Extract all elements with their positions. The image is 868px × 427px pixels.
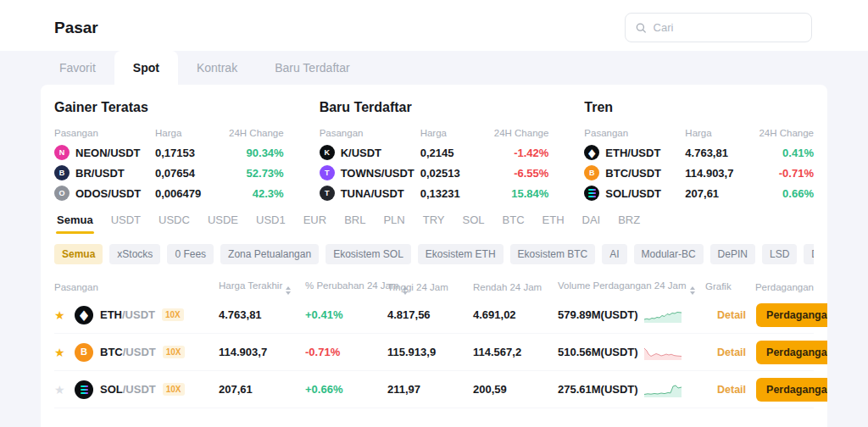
pair-change: 42.3%	[211, 187, 284, 200]
chip-ekosistem-sol[interactable]: Ekosistem SOL	[326, 244, 411, 264]
tab-spot[interactable]: Spot	[114, 51, 178, 85]
trade-button[interactable]: Perdagangan	[756, 341, 827, 364]
panel-row[interactable]: NNEON/USDT 0,17153 90.34%	[54, 142, 284, 163]
detail-link[interactable]: Detail	[717, 347, 746, 358]
change-24h: +0.66%	[305, 383, 387, 396]
chip-modular-bc[interactable]: Modular-BC	[634, 244, 704, 264]
col-24h-change: 24H Change	[211, 128, 284, 138]
table-row-sol-usdt[interactable]: ★ SOL/USDT 10X 207,61 +0.66% 211,97 200,…	[54, 371, 814, 408]
table-row-eth-usdt[interactable]: ★ ◆ ETH/USDT 10X 4.763,81 +0.41% 4.817,5…	[54, 297, 814, 334]
currency-tab-brz[interactable]: BRZ	[615, 212, 643, 228]
col-pasangan: Pasangan	[584, 128, 685, 138]
panel-header: Pasangan Harga 24H Change	[54, 124, 284, 142]
pair-change: 52.73%	[211, 167, 284, 180]
price-sparkline	[644, 382, 682, 397]
favorite-star-icon[interactable]: ★	[54, 383, 68, 396]
header-perubahan-24jam[interactable]: % Perubahan 24 Jam	[305, 280, 387, 295]
high-24h: 4.817,56	[387, 308, 473, 321]
chip-defi[interactable]: DeFi	[804, 244, 814, 264]
highlight-panels: Gainer Teratas Pasangan Harga 24H Change…	[54, 85, 814, 203]
chip-0-fees[interactable]: 0 Fees	[167, 244, 214, 264]
tab-favorit[interactable]: Favorit	[41, 51, 114, 85]
detail-link[interactable]: Detail	[717, 309, 746, 321]
pair-label: BR/USDT	[75, 167, 125, 180]
search-input[interactable]	[654, 21, 801, 34]
panel-gainer-teratas: Gainer Teratas Pasangan Harga 24H Change…	[54, 100, 284, 203]
market-page: Pasar Favorit Spot Kontrak Baru Terdafta…	[0, 0, 868, 85]
panel-row[interactable]: BBR/USDT 0,07654 52.73%	[54, 163, 284, 183]
panel-row[interactable]: KK/USDT 0,2145 -1.42%	[320, 142, 549, 163]
col-24h-change: 24H Change	[741, 128, 814, 138]
pair-price: 0,02513	[420, 167, 476, 180]
currency-tab-usde[interactable]: USDE	[205, 212, 241, 228]
currency-tab-semua[interactable]: Semua	[54, 212, 96, 228]
page-header: Pasar	[0, 0, 868, 51]
currency-tab-try[interactable]: TRY	[420, 212, 448, 228]
leverage-badge: 10X	[162, 308, 184, 321]
detail-link[interactable]: Detail	[717, 384, 746, 396]
content-card: Gainer Teratas Pasangan Harga 24H Change…	[41, 85, 827, 427]
chip-ai[interactable]: AI	[602, 244, 626, 264]
pair-price: 0,07654	[155, 167, 211, 180]
header-tinggi-24jam: Tinggi 24 Jam	[387, 282, 473, 292]
chip-semua[interactable]: Semua	[54, 244, 103, 264]
currency-tab-brl[interactable]: BRL	[342, 212, 368, 228]
chip-xstocks[interactable]: xStocks	[109, 244, 160, 264]
neon-coin-icon: N	[54, 145, 70, 160]
panel-row[interactable]: SOL/USDT 207,61 0.66%	[584, 183, 814, 203]
currency-tab-usdt[interactable]: USDT	[108, 212, 143, 228]
tab-baru-terdaftar[interactable]: Baru Terdaftar	[256, 51, 368, 85]
pair-change: 0.66%	[741, 187, 814, 200]
header-harga-terakhir[interactable]: Harga Terakhir	[219, 280, 305, 295]
trade-button[interactable]: Perdagangan	[756, 378, 827, 402]
panel-header: Pasangan Harga 24H Change	[320, 124, 549, 142]
trade-button[interactable]: Perdagangan	[756, 303, 827, 327]
panel-title: Gainer Teratas	[54, 100, 284, 115]
pair-price: 0,13231	[420, 187, 476, 200]
currency-tab-eth[interactable]: ETH	[540, 212, 567, 228]
currency-tab-dai[interactable]: DAI	[580, 212, 604, 228]
pair-label: K/USDT	[341, 147, 381, 159]
chip-zona-petualangan[interactable]: Zona Petualangan	[220, 244, 319, 264]
table-row-btc-usdt[interactable]: ★ B BTC/USDT 10X 114.903,7 -0.71% 115.91…	[54, 334, 814, 371]
currency-tab-usdc[interactable]: USDC	[156, 212, 192, 228]
favorite-star-icon[interactable]: ★	[54, 308, 68, 322]
col-harga: Harga	[685, 128, 741, 138]
header-volume-24jam[interactable]: Volume Perdagangan 24 Jam	[558, 280, 644, 295]
k-coin-icon: K	[320, 145, 335, 160]
chip-ekosistem-btc[interactable]: Ekosistem BTC	[510, 244, 596, 264]
currency-tab-pln[interactable]: PLN	[381, 212, 407, 228]
currency-tab-sol[interactable]: SOL	[460, 212, 487, 228]
panel-row[interactable]: TTUNA/USDT 0,13231 15.84%	[320, 183, 549, 203]
volume-24h: 275.61M(USDT)	[558, 383, 644, 396]
eth-coin-icon: ◆	[75, 306, 93, 324]
last-price: 207,61	[219, 383, 305, 396]
pair-label: TUNA/USDT	[341, 187, 404, 200]
pair-price: 0,2145	[420, 147, 476, 159]
pair-label: NEON/USDT	[75, 147, 141, 159]
panel-row[interactable]: ◆ETH/USDT 4.763,81 0.41%	[584, 142, 814, 163]
high-24h: 211,97	[387, 383, 473, 396]
pair-label: SOL/USDT	[605, 187, 661, 200]
favorite-star-icon[interactable]: ★	[54, 346, 68, 359]
panel-row[interactable]: OODOS/USDT 0,006479 42.3%	[54, 183, 284, 203]
chip-lsd[interactable]: LSD	[762, 244, 797, 264]
currency-tab-btc[interactable]: BTC	[500, 212, 527, 228]
sol-coin-icon	[75, 380, 93, 399]
header-perdagangan: Perdagangan	[717, 282, 814, 292]
leverage-badge: 10X	[163, 346, 185, 358]
panel-row[interactable]: BBTC/USDT 114.903,7 -0.71%	[584, 163, 814, 183]
pair-price: 4.763,81	[685, 147, 741, 159]
chip-depin[interactable]: DePIN	[710, 244, 755, 264]
change-24h: +0.41%	[305, 308, 387, 321]
tab-kontrak[interactable]: Kontrak	[178, 51, 256, 85]
search-box[interactable]	[625, 13, 812, 42]
currency-tab-eur[interactable]: EUR	[301, 212, 329, 228]
pair-change: -0.71%	[741, 167, 814, 180]
low-24h: 114.567,2	[473, 346, 558, 358]
currency-tab-usd1[interactable]: USD1	[253, 212, 288, 228]
last-price: 4.763,81	[219, 308, 305, 321]
panel-row[interactable]: TTOWNS/USDT 0,02513 -6.55%	[320, 163, 549, 183]
panel-tren: Tren Pasangan Harga 24H Change ◆ETH/USDT…	[584, 100, 814, 203]
chip-ekosistem-eth[interactable]: Ekosistem ETH	[418, 244, 504, 264]
